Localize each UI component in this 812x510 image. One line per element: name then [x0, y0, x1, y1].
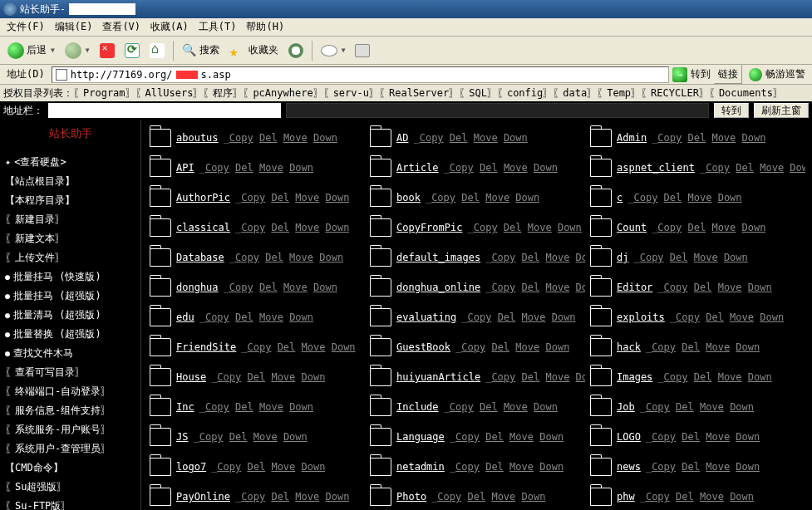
- folder-actions[interactable]: _Copy Del Move Down: [235, 192, 349, 204]
- folder-link[interactable]: aboutus: [176, 132, 219, 144]
- folder-link[interactable]: Images: [617, 371, 652, 383]
- authorized-dir-link[interactable]: 〖data〗: [553, 87, 597, 99]
- folder-actions[interactable]: _Copy Del Move Down: [211, 371, 325, 383]
- folder-actions[interactable]: _Copy Del Move Down: [199, 162, 313, 174]
- history-button[interactable]: [284, 41, 308, 61]
- folder-actions[interactable]: _Copy Del Move Down: [485, 282, 585, 293]
- sidebar-item[interactable]: 【本程序目录】: [0, 191, 140, 210]
- folder-actions[interactable]: _Copy Del Move Down: [229, 252, 343, 263]
- folder-link[interactable]: Database: [176, 252, 224, 263]
- go-label[interactable]: 转到: [691, 67, 711, 81]
- sidebar-item[interactable]: 〖查看可写目录〗: [0, 363, 140, 382]
- folder-link[interactable]: dj: [617, 252, 628, 263]
- folder-actions[interactable]: _Copy Del Move Down: [633, 252, 747, 263]
- folder-actions[interactable]: _Copy Del Move Down: [467, 222, 581, 233]
- folder-actions[interactable]: _Copy Del Move Down: [627, 192, 741, 204]
- sidebar-item[interactable]: 〖终端端口-自动登录〗: [0, 382, 140, 401]
- folder-link[interactable]: default_images: [396, 252, 480, 263]
- folder-link[interactable]: FriendSite: [176, 341, 236, 353]
- folder-link[interactable]: book: [396, 192, 421, 204]
- authorized-dir-link[interactable]: 〖serv-u〗: [323, 87, 379, 99]
- folder-link[interactable]: LOGO: [617, 431, 641, 443]
- folder-link[interactable]: logo7: [176, 461, 206, 473]
- folder-actions[interactable]: _Copy Del Move Down: [461, 311, 575, 323]
- folder-actions[interactable]: _Copy Del Move Down: [652, 222, 765, 233]
- back-button[interactable]: 后退 ▼: [3, 40, 59, 61]
- folder-actions[interactable]: _Copy Del Move Down: [700, 162, 805, 174]
- folder-actions[interactable]: _Copy Del Move Down: [426, 192, 539, 204]
- sidebar-item[interactable]: 〖新建文本〗: [0, 229, 140, 248]
- folder-actions[interactable]: _Copy Del Move Down: [199, 401, 313, 413]
- folder-link[interactable]: CopyFromPic: [396, 222, 462, 233]
- folder-actions[interactable]: _Copy Del Move Down: [652, 132, 765, 144]
- folder-link[interactable]: edu: [176, 311, 194, 323]
- folder-link[interactable]: PayOnline: [176, 491, 230, 503]
- path-input[interactable]: [48, 103, 281, 118]
- folder-actions[interactable]: _Copy Del Move Down: [241, 341, 355, 353]
- folder-link[interactable]: Article: [396, 162, 439, 174]
- folder-link[interactable]: c: [617, 192, 623, 204]
- folder-actions[interactable]: _Copy Del Move Down: [235, 491, 349, 503]
- chevron-down-icon[interactable]: ▼: [51, 47, 55, 54]
- folder-link[interactable]: Job: [617, 401, 635, 413]
- search-button[interactable]: 搜索: [178, 41, 224, 61]
- menu-tools[interactable]: 工具(T): [194, 18, 242, 36]
- folder-link[interactable]: GuestBook: [396, 341, 450, 353]
- folder-actions[interactable]: _Copy Del Move Down: [224, 282, 337, 293]
- folder-link[interactable]: hack: [617, 341, 641, 353]
- authorized-dir-link[interactable]: 〖Documents〗: [709, 87, 783, 99]
- folder-actions[interactable]: _Copy Del Move Down: [431, 491, 545, 503]
- authorized-dir-link[interactable]: 〖RECYCLER〗: [641, 87, 709, 99]
- folder-actions[interactable]: _Copy Del Move Down: [455, 341, 569, 353]
- authorized-dir-link[interactable]: 〖pcAnywhere〗: [243, 87, 322, 99]
- folder-link[interactable]: AD: [396, 132, 408, 144]
- goto-button[interactable]: 转到: [714, 103, 749, 118]
- sidebar-item[interactable]: 〖Su超强版〗: [0, 478, 140, 497]
- print-button[interactable]: [351, 42, 374, 60]
- folder-link[interactable]: netadmin: [396, 461, 445, 473]
- folder-actions[interactable]: _Copy Del Move Down: [413, 132, 527, 144]
- sidebar-item[interactable]: 【站点根目录】: [0, 172, 140, 191]
- folder-link[interactable]: classical: [176, 222, 230, 233]
- folder-actions[interactable]: _Copy Del Move Down: [670, 311, 784, 323]
- sidebar-item[interactable]: <查看硬盘>: [0, 153, 140, 172]
- authorized-dir-link[interactable]: 〖config〗: [497, 87, 553, 99]
- home-button[interactable]: [145, 41, 169, 61]
- folder-actions[interactable]: _Copy Del Move Down: [640, 401, 754, 413]
- favorites-button[interactable]: ★ 收藏夹: [225, 40, 283, 61]
- folder-actions[interactable]: _Copy Del Move Down: [193, 431, 307, 443]
- sidebar-item[interactable]: 批量挂马 (超强版): [0, 287, 140, 306]
- folder-link[interactable]: evaluating: [396, 311, 456, 323]
- links-button[interactable]: 链接: [714, 65, 742, 84]
- folder-link[interactable]: Admin: [617, 132, 647, 144]
- refresh-button[interactable]: [121, 41, 144, 61]
- mail-button[interactable]: ▼: [317, 42, 350, 59]
- stop-button[interactable]: [96, 41, 119, 61]
- forward-button[interactable]: ▼: [61, 40, 94, 61]
- folder-actions[interactable]: _Copy Del Move Down: [211, 461, 325, 473]
- folder-actions[interactable]: _Copy Del Move Down: [646, 461, 760, 473]
- folder-actions[interactable]: _Copy Del Move Down: [199, 311, 313, 323]
- go-button[interactable]: →: [672, 67, 687, 82]
- folder-link[interactable]: donghua_online: [396, 282, 480, 293]
- menu-edit[interactable]: 编辑(E): [50, 18, 98, 36]
- sidebar-item[interactable]: 【CMD命令】: [0, 459, 140, 478]
- authorized-dir-link[interactable]: 〖程序〗: [203, 87, 243, 99]
- sidebar-item[interactable]: 批量替换 (超强版): [0, 325, 140, 344]
- folder-link[interactable]: Language: [396, 431, 445, 443]
- folder-actions[interactable]: _Copy Del Move Down: [640, 491, 754, 503]
- folder-link[interactable]: exploits: [617, 311, 665, 323]
- folder-actions[interactable]: _Copy Del Move Down: [450, 461, 563, 473]
- sidebar-item[interactable]: 〖系统用户-查管理员〗: [0, 439, 140, 459]
- folder-actions[interactable]: _Copy Del Move Down: [444, 401, 558, 413]
- authorized-dir-link[interactable]: 〖SQL〗: [459, 87, 497, 99]
- authorized-dir-link[interactable]: 〖Program〗: [73, 87, 135, 99]
- folder-link[interactable]: Count: [617, 222, 647, 233]
- folder-link[interactable]: donghua: [176, 282, 219, 293]
- authorized-dir-link[interactable]: 〖RealServer〗: [379, 87, 459, 99]
- folder-link[interactable]: phw: [617, 491, 635, 503]
- folder-actions[interactable]: _Copy Del Move Down: [657, 371, 771, 383]
- folder-actions[interactable]: _Copy Del Move Down: [235, 222, 349, 233]
- folder-link[interactable]: API: [176, 162, 194, 174]
- sidebar-item[interactable]: 查找文件木马: [0, 344, 140, 363]
